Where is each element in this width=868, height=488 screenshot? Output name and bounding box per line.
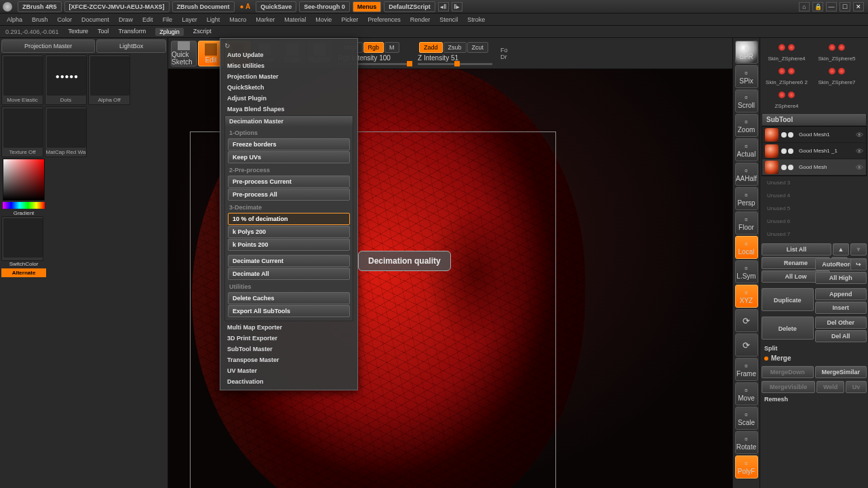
- menu-item-3d-print-exporter[interactable]: 3D Print Exporter: [222, 333, 356, 344]
- menu-item-auto-update[interactable]: Auto Update: [222, 49, 356, 60]
- menu-draw[interactable]: Draw: [117, 16, 134, 24]
- menu-stencil[interactable]: Stencil: [438, 16, 459, 24]
- menu-brush[interactable]: Brush: [31, 16, 50, 24]
- mergevisible-button[interactable]: MergeVisible: [762, 381, 815, 393]
- menu-preferences[interactable]: Preferences: [366, 16, 402, 24]
- quicksave-button[interactable]: QuickSave: [256, 1, 296, 12]
- z-intensity-slider[interactable]: Z Intensity 51: [418, 54, 492, 65]
- menu-item-misc-utilities[interactable]: Misc Utilities: [222, 60, 356, 71]
- decimate-all-button[interactable]: Decimate All: [228, 268, 350, 280]
- menus-toggle[interactable]: Menus: [353, 1, 382, 12]
- close-icon[interactable]: ✕: [853, 2, 864, 12]
- swatch-matcap-red-wa[interactable]: MatCap Red Wa: [45, 106, 87, 157]
- tool-thumb[interactable]: Skin_ZSphere5: [813, 41, 861, 62]
- menu-item-uv-master[interactable]: UV Master: [222, 365, 356, 376]
- lock-icon[interactable]: 🔒: [812, 2, 823, 12]
- insert-button[interactable]: Insert: [815, 302, 867, 314]
- weld-button[interactable]: Weld: [816, 381, 844, 393]
- swatch-dots[interactable]: Dots: [45, 54, 87, 105]
- decimation-master-header[interactable]: Decimation Master: [225, 116, 353, 127]
- rail-rotate-button[interactable]: ▫Rotate: [735, 431, 758, 454]
- quicksketch-button[interactable]: Quick Sketch: [171, 41, 197, 66]
- mergedown-button[interactable]: MergeDown: [762, 366, 814, 378]
- menu-light[interactable]: Light: [205, 16, 222, 24]
- menu-material[interactable]: Material: [283, 16, 307, 24]
- rail-lsym-button[interactable]: ▫L.Sym: [735, 260, 758, 283]
- menu-picker[interactable]: Picker: [340, 16, 359, 24]
- rail-polyf-button[interactable]: ▫PolyF: [735, 455, 758, 479]
- zcut-button[interactable]: Zcut: [467, 42, 489, 53]
- menu-item-transpose-master[interactable]: Transpose Master: [222, 354, 356, 365]
- remesh-header[interactable]: Remesh: [762, 393, 867, 404]
- mergesimilar-button[interactable]: MergeSimilar: [815, 366, 867, 378]
- list-all-button[interactable]: List All: [762, 243, 831, 256]
- append-button[interactable]: Append: [815, 288, 867, 300]
- rail--button[interactable]: ⟳: [735, 309, 758, 332]
- rail-local-button[interactable]: ▫Local: [735, 236, 758, 259]
- all-high-button[interactable]: All High: [815, 272, 867, 284]
- menu-item-projection-master[interactable]: Projection Master: [222, 71, 356, 82]
- swatch-alpha-off[interactable]: Alpha Off: [88, 54, 130, 105]
- menu-render[interactable]: Render: [409, 16, 432, 24]
- menu-grip-icon[interactable]: [222, 41, 356, 49]
- tool-thumb[interactable]: Skin_ZSphere4: [763, 41, 810, 62]
- merge-group[interactable]: Merge: [762, 353, 867, 363]
- decimation-percent-slider[interactable]: 10 % of decimation: [228, 213, 350, 225]
- menu-movie[interactable]: Movie: [314, 16, 333, 24]
- menu2-tool[interactable]: Tool: [98, 28, 109, 36]
- delete-caches-button[interactable]: Delete Caches: [228, 292, 350, 304]
- rail-scroll-button[interactable]: ▫Scroll: [735, 89, 758, 113]
- rail-move-button[interactable]: ▫Move: [735, 382, 758, 405]
- keep-uvs-button[interactable]: Keep UVs: [228, 151, 350, 163]
- rail-aahalf-button[interactable]: ▫AAHalf: [735, 163, 758, 186]
- rgb-button[interactable]: Rgb: [363, 42, 384, 53]
- menu-macro[interactable]: Macro: [228, 16, 248, 24]
- subtool-header[interactable]: SubTool: [762, 113, 867, 126]
- menu-item-subtool-master[interactable]: SubTool Master: [222, 344, 356, 354]
- swatch-texture-off[interactable]: Texture Off: [1, 106, 43, 157]
- home-icon[interactable]: ⌂: [799, 2, 810, 12]
- minimize-icon[interactable]: —: [826, 2, 837, 12]
- m-button[interactable]: M: [384, 42, 399, 53]
- rail-floor-button[interactable]: ▫Floor: [735, 211, 758, 235]
- menu-color[interactable]: Color: [56, 16, 74, 24]
- preprocess-current-button[interactable]: Pre-process Current: [228, 176, 350, 188]
- projection-master-button[interactable]: Projection Master: [1, 39, 95, 53]
- secondary-color-swatch[interactable]: [3, 218, 43, 258]
- menu-alpha[interactable]: Alpha: [5, 16, 24, 24]
- seethrough-slider[interactable]: See-through 0: [299, 1, 350, 12]
- rail-actual-button[interactable]: ▫Actual: [735, 138, 758, 161]
- menu-item-multi-map-exporter[interactable]: Multi Map Exporter: [222, 322, 356, 333]
- del-other-button[interactable]: Del Other: [815, 317, 867, 329]
- rail-bpr-button[interactable]: ▫BPR: [735, 41, 758, 64]
- rail--button[interactable]: ⟳: [735, 333, 758, 357]
- menu2-transform[interactable]: Transform: [119, 28, 146, 36]
- maximize-icon[interactable]: ☐: [840, 2, 850, 12]
- split-header[interactable]: Split: [762, 342, 867, 353]
- delete-button[interactable]: Delete: [762, 317, 814, 340]
- color-picker[interactable]: [3, 159, 45, 201]
- zsub-button[interactable]: Zsub: [443, 42, 467, 53]
- subtool-row[interactable]: Good Mesh1👁: [762, 127, 866, 143]
- menu-item-adjust-plugin[interactable]: Adjust Plugin: [222, 93, 356, 104]
- menu-edit[interactable]: Edit: [141, 16, 155, 24]
- menu-item-quicksketch[interactable]: QuickSketch: [222, 82, 356, 93]
- hue-bar[interactable]: [3, 202, 45, 209]
- menu-item-maya-blend-shapes[interactable]: Maya Blend Shapes: [222, 104, 356, 115]
- uv-button[interactable]: Uv: [846, 381, 867, 393]
- export-all-subtools-button[interactable]: Export All SubTools: [228, 305, 350, 317]
- decimate-current-button[interactable]: Decimate Current: [228, 255, 350, 267]
- menu2-zscript[interactable]: Zscript: [193, 28, 212, 36]
- move-up-icon[interactable]: ▲: [833, 243, 849, 256]
- menu-stroke[interactable]: Stroke: [466, 16, 486, 24]
- tool-thumb[interactable]: Skin_ZSphere6 2: [763, 64, 810, 85]
- prev-icon[interactable]: ◂Ⅱ: [438, 2, 449, 12]
- move-down-icon[interactable]: ▼: [850, 243, 867, 256]
- switchcolor-label[interactable]: SwitchColor: [1, 261, 46, 267]
- freeze-borders-button[interactable]: Freeze borders: [228, 138, 350, 150]
- menu2-zplugin[interactable]: Zplugin: [155, 28, 184, 36]
- rail-frame-button[interactable]: ▫Frame: [735, 358, 758, 381]
- menu-file[interactable]: File: [161, 16, 174, 24]
- rail-persp-button[interactable]: ▫Persp: [735, 187, 758, 210]
- menu2-texture[interactable]: Texture: [68, 28, 89, 36]
